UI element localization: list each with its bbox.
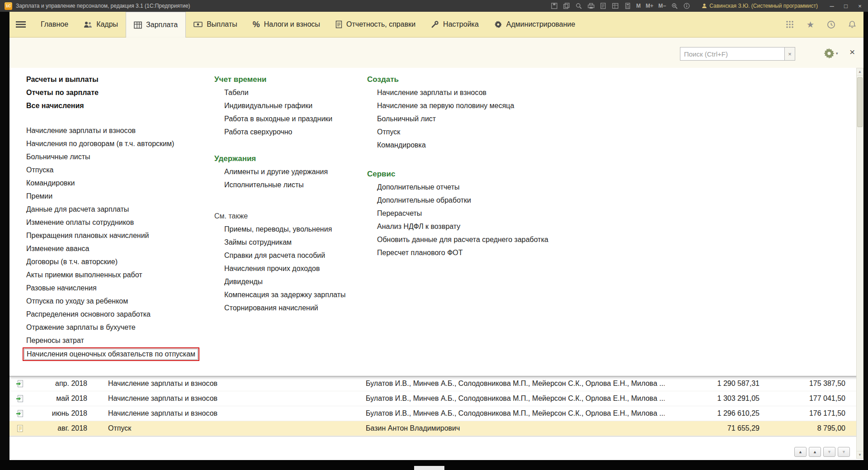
menu-item[interactable]: Компенсация за задержку зарплаты <box>214 288 363 301</box>
menu-item[interactable]: Разовые начисления <box>26 281 212 294</box>
menu-item[interactable]: Отпуска <box>26 163 212 176</box>
menu-item[interactable]: Акты приемки выполненных работ <box>26 268 212 281</box>
zoom-icon[interactable] <box>671 2 678 9</box>
menu-item[interactable]: Премии <box>26 190 212 203</box>
menu-item[interactable]: Дополнительные обработки <box>367 194 584 207</box>
menu-item[interactable]: Командировка <box>367 138 584 152</box>
menu-item[interactable]: Начисление за первую половину месяца <box>367 99 584 112</box>
document-row[interactable]: май 2018 Начисление зарплаты и взносов Б… <box>9 391 863 406</box>
scroll-up-arrow-icon[interactable]: ▲ <box>857 68 863 76</box>
posted-document-icon <box>16 380 31 388</box>
goto-next-button[interactable]: ▼ <box>823 447 835 457</box>
menu-item[interactable]: Распределения основного заработка <box>26 308 212 321</box>
calculator-icon[interactable] <box>624 2 631 9</box>
section-tab-administrirovanie[interactable]: Администрирование <box>486 12 583 37</box>
menu-item-raschety-i-vyplaty[interactable]: Расчеты и выплаты <box>26 73 212 86</box>
menu-item[interactable]: Отпуск <box>367 125 584 138</box>
section-tab-vyplaty[interactable]: Выплаты <box>186 12 245 37</box>
close-button[interactable]: × <box>855 3 864 9</box>
menu-item[interactable]: Начисление зарплаты и взносов <box>26 124 212 137</box>
panel-close-icon[interactable]: × <box>849 47 855 57</box>
menu-item[interactable]: Начисления прочих доходов <box>214 262 363 275</box>
hamburger-icon <box>16 21 26 28</box>
menu-item[interactable]: Дивиденды <box>214 275 363 288</box>
notifications-bell-icon[interactable] <box>848 20 856 29</box>
search-clear-button[interactable]: × <box>785 47 795 61</box>
menu-item[interactable]: Отражение зарплаты в бухучете <box>26 321 212 334</box>
menu-item[interactable]: Алименты и другие удержания <box>214 165 363 178</box>
menu-item[interactable]: Изменение аванса <box>26 242 212 255</box>
menu-item[interactable]: Командировки <box>26 176 212 190</box>
menu-item[interactable]: Сторнирования начислений <box>214 301 363 314</box>
favorites-star-icon[interactable]: ★ <box>807 19 814 30</box>
goto-last-button[interactable]: ▼ <box>838 447 850 457</box>
menu-item[interactable]: Приемы, переводы, увольнения <box>214 223 363 236</box>
copy-icon[interactable] <box>563 2 570 9</box>
menu-item[interactable]: Прекращения плановых начислений <box>26 229 212 242</box>
document-row-selected[interactable]: авг. 2018 Отпуск Базин Антон Владимирови… <box>9 421 863 436</box>
menu-item[interactable]: Отпуска по уходу за ребенком <box>26 294 212 308</box>
goto-first-button[interactable]: ▲ <box>794 447 807 457</box>
menu-item[interactable]: Обновить данные для расчета среднего зар… <box>367 233 584 246</box>
menu-item-otchety-po-zarplate[interactable]: Отчеты по зарплате <box>26 86 212 99</box>
menu-item[interactable]: Пересчет планового ФОТ <box>367 246 584 259</box>
document-row[interactable]: апр. 2018 Начисление зарплаты и взносов … <box>9 376 863 391</box>
section-tab-kadry[interactable]: Кадры <box>76 12 126 37</box>
table-icon[interactable] <box>612 2 619 9</box>
menu-column-right: Создать Начисление зарплаты и взносов На… <box>367 73 584 259</box>
menu-item[interactable]: Начисление зарплаты и взносов <box>367 86 584 99</box>
menu-item[interactable]: Данные для расчета зарплаты <box>26 203 212 216</box>
section-tab-label: Налоги и взносы <box>264 20 320 28</box>
panel-settings-button[interactable]: ▾ <box>823 47 838 59</box>
search-box: × <box>680 47 795 61</box>
maximize-button[interactable]: □ <box>841 3 850 9</box>
section-tab-nalogi[interactable]: % Налоги и взносы <box>245 12 328 37</box>
doc-month: май 2018 <box>31 394 90 403</box>
menu-item[interactable]: Анализ НДФЛ к возврату <box>367 220 584 233</box>
menu-item[interactable]: Начисления по договорам (в т.ч. авторски… <box>26 137 212 150</box>
save-icon[interactable] <box>551 2 558 9</box>
gear-icon <box>494 20 502 28</box>
memory-m-button[interactable]: М <box>636 3 641 9</box>
info-icon[interactable] <box>683 2 690 9</box>
menu-item[interactable]: Изменение оплаты сотрудников <box>26 216 212 229</box>
menu-item-highlighted[interactable]: Начисления оценочных обязательств по отп… <box>23 347 199 361</box>
doc-amount: 1 303 291,05 <box>665 394 760 403</box>
vertical-scrollbar[interactable]: ▲ ▼ <box>856 68 863 459</box>
goto-previous-button[interactable]: ▲ <box>809 447 821 457</box>
menu-item[interactable]: Индивидуальные графики <box>214 99 363 112</box>
service-apps-grid-icon[interactable] <box>786 20 794 28</box>
section-tab-zarplata[interactable]: Зарплата <box>126 12 186 38</box>
menu-item[interactable]: Переносы затрат <box>26 334 212 347</box>
section-tab-nastroyka[interactable]: Настройка <box>423 12 486 37</box>
menu-item[interactable]: Займы сотрудникам <box>214 236 363 249</box>
section-menubar: Главное Кадры Зарплата Выплаты <box>9 12 863 38</box>
history-clock-icon[interactable] <box>827 20 835 29</box>
menu-item[interactable]: Работа сверхурочно <box>214 125 363 138</box>
section-tab-otchetnost[interactable]: Отчетность, справки <box>328 12 423 37</box>
people-icon <box>84 21 92 28</box>
menu-item[interactable]: Работа в выходные и праздники <box>214 112 363 125</box>
memory-m-minus-button[interactable]: М− <box>658 3 666 9</box>
menu-item[interactable]: Табели <box>214 86 363 99</box>
menu-item[interactable]: Исполнительные листы <box>214 178 363 191</box>
menu-item[interactable]: Больничный лист <box>367 112 584 125</box>
menu-item-vse-nachisleniya[interactable]: Все начисления <box>26 99 212 112</box>
search-input[interactable] <box>680 47 785 61</box>
percent-icon: % <box>253 20 260 29</box>
document-row[interactable]: июнь 2018 Начисление зарплаты и взносов … <box>9 406 863 421</box>
find-icon[interactable] <box>575 2 582 9</box>
minimize-button[interactable]: ─ <box>827 3 836 9</box>
main-menu-button[interactable] <box>9 12 33 37</box>
scroll-down-arrow-icon[interactable]: ▼ <box>857 451 863 458</box>
menu-item[interactable]: Дополнительные отчеты <box>367 180 584 194</box>
menu-item[interactable]: Перерасчеты <box>367 207 584 220</box>
print-preview-icon[interactable] <box>599 2 607 9</box>
memory-m-plus-button[interactable]: М+ <box>646 3 653 9</box>
menu-item[interactable]: Больничные листы <box>26 150 212 163</box>
menu-item[interactable]: Договоры (в т.ч. авторские) <box>26 255 212 268</box>
section-tab-glavnoe[interactable]: Главное <box>33 12 76 37</box>
menu-item[interactable]: Справки для расчета пособий <box>214 249 363 262</box>
scrollbar-thumb[interactable] <box>857 77 863 127</box>
print-icon[interactable] <box>587 2 594 9</box>
